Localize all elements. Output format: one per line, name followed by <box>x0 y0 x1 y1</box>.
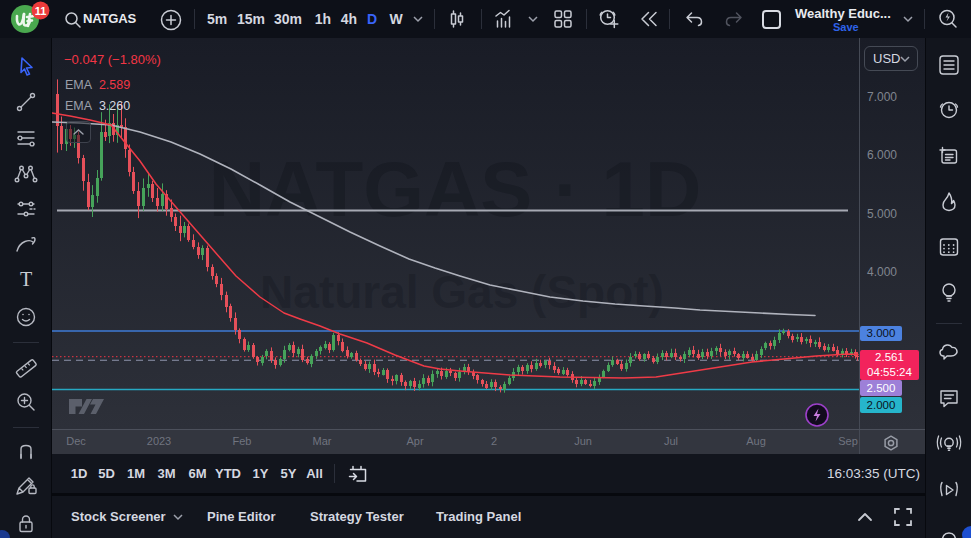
svg-text:11: 11 <box>35 5 47 17</box>
svg-text:Natural Gas (Spot): Natural Gas (Spot) <box>260 266 664 318</box>
svg-text:NATGAS · 1D: NATGAS · 1D <box>209 145 702 233</box>
